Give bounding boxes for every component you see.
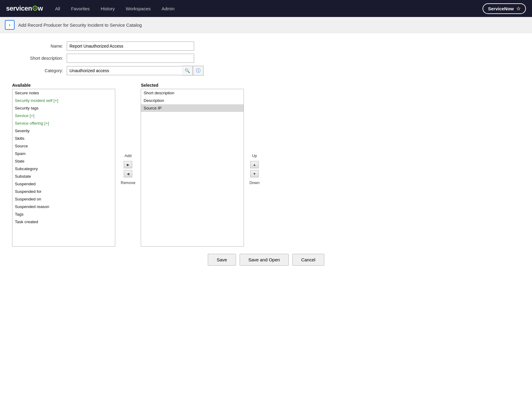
list-item[interactable]: Source xyxy=(12,142,115,150)
list-item[interactable]: Suspended for xyxy=(12,188,115,195)
list-item[interactable]: Source IP xyxy=(141,104,244,112)
up-button[interactable]: ▲ xyxy=(250,161,259,168)
brand-logo: servicen⊙w xyxy=(6,5,43,12)
add-arrow-icon: ▶ xyxy=(127,163,129,167)
user-name: ServiceNow xyxy=(488,6,514,11)
down-arrow-icon: ▼ xyxy=(253,172,256,176)
category-info-button[interactable]: ⓘ xyxy=(193,66,204,76)
add-button[interactable]: ▶ xyxy=(124,161,132,168)
remove-label: Remove xyxy=(121,180,135,185)
nav-favorites[interactable]: Favorites xyxy=(69,5,92,12)
short-desc-row: Short description: xyxy=(12,54,520,63)
category-search-button[interactable]: 🔍 xyxy=(182,66,193,76)
up-down-section: Up ▲ ▼ Down xyxy=(244,83,265,247)
name-label: Name: xyxy=(12,44,67,49)
list-item[interactable]: Security tags xyxy=(12,104,115,112)
list-item[interactable]: Spam xyxy=(12,150,115,157)
user-area: ServiceNow ☆ xyxy=(483,3,526,14)
list-item[interactable]: Service [+] xyxy=(12,112,115,119)
list-item[interactable]: Suspended reason xyxy=(12,203,115,210)
up-label: Up xyxy=(252,153,257,158)
list-item[interactable]: Subcategory xyxy=(12,165,115,173)
available-container: Available Secure notes Security incident… xyxy=(12,83,115,247)
name-input[interactable] xyxy=(67,42,194,51)
short-desc-label: Short description: xyxy=(12,56,67,61)
up-arrow-icon: ▲ xyxy=(253,163,256,166)
available-header: Available xyxy=(12,83,115,88)
list-item[interactable]: Severity xyxy=(12,127,115,135)
user-button[interactable]: ServiceNow ☆ xyxy=(483,3,526,14)
back-button[interactable]: ‹ xyxy=(5,20,15,30)
list-item[interactable]: State xyxy=(12,157,115,165)
category-row: Category: 🔍 ⓘ xyxy=(12,66,520,76)
brand-name: servicen⊙w xyxy=(6,5,43,12)
selected-container: Selected Short description Description S… xyxy=(141,83,244,247)
list-item[interactable]: Task created xyxy=(12,218,115,226)
list-item[interactable]: Security incident self [+] xyxy=(12,97,115,104)
list-item[interactable]: Suspended xyxy=(12,180,115,188)
list-item[interactable]: Short description xyxy=(141,89,244,97)
name-row: Name: xyxy=(12,42,520,51)
lists-section: Available Secure notes Security incident… xyxy=(12,83,520,247)
save-and-open-button[interactable]: Save and Open xyxy=(240,254,289,266)
selected-header: Selected xyxy=(141,83,244,88)
list-item[interactable]: Service offering [+] xyxy=(12,119,115,127)
navbar: servicen⊙w All Favorites History Workspa… xyxy=(0,0,532,17)
form-section: Name: Short description: Category: 🔍 ⓘ xyxy=(12,42,520,76)
add-remove-section: Add ▶ ◀ Remove xyxy=(115,83,141,247)
info-icon: ⓘ xyxy=(196,68,200,74)
list-item[interactable]: Substate xyxy=(12,173,115,180)
footer-buttons: Save Save and Open Cancel xyxy=(12,247,520,270)
breadcrumb-bar: ‹ Add Record Producer for Security Incid… xyxy=(0,17,532,33)
nav-history[interactable]: History xyxy=(99,5,117,12)
star-icon: ☆ xyxy=(516,6,520,12)
category-label: Category: xyxy=(12,68,67,73)
add-label: Add xyxy=(125,153,132,158)
search-icon: 🔍 xyxy=(185,68,190,73)
remove-arrow-icon: ◀ xyxy=(127,172,129,176)
list-item[interactable]: Suspended on xyxy=(12,195,115,203)
category-input[interactable] xyxy=(67,66,182,75)
nav-admin[interactable]: Admin xyxy=(160,5,177,12)
breadcrumb-title: Add Record Producer for Security Inciden… xyxy=(18,22,142,28)
selected-list: Short description Description Source IP xyxy=(141,89,244,247)
list-item[interactable]: Secure notes xyxy=(12,89,115,97)
save-button[interactable]: Save xyxy=(208,254,236,266)
list-item[interactable]: Tags xyxy=(12,210,115,218)
list-item[interactable]: Description xyxy=(141,97,244,104)
nav-all[interactable]: All xyxy=(53,5,62,12)
down-button[interactable]: ▼ xyxy=(250,170,259,177)
remove-button[interactable]: ◀ xyxy=(124,170,132,177)
down-label: Down xyxy=(249,180,259,185)
category-wrapper: 🔍 ⓘ xyxy=(67,66,204,76)
main-content: Name: Short description: Category: 🔍 ⓘ A… xyxy=(0,33,532,279)
cancel-button[interactable]: Cancel xyxy=(292,254,324,266)
short-desc-input[interactable] xyxy=(67,54,194,63)
list-item[interactable]: Skills xyxy=(12,135,115,142)
nav-workspaces[interactable]: Workspaces xyxy=(124,5,152,12)
available-list: Secure notes Security incident self [+] … xyxy=(12,89,115,247)
